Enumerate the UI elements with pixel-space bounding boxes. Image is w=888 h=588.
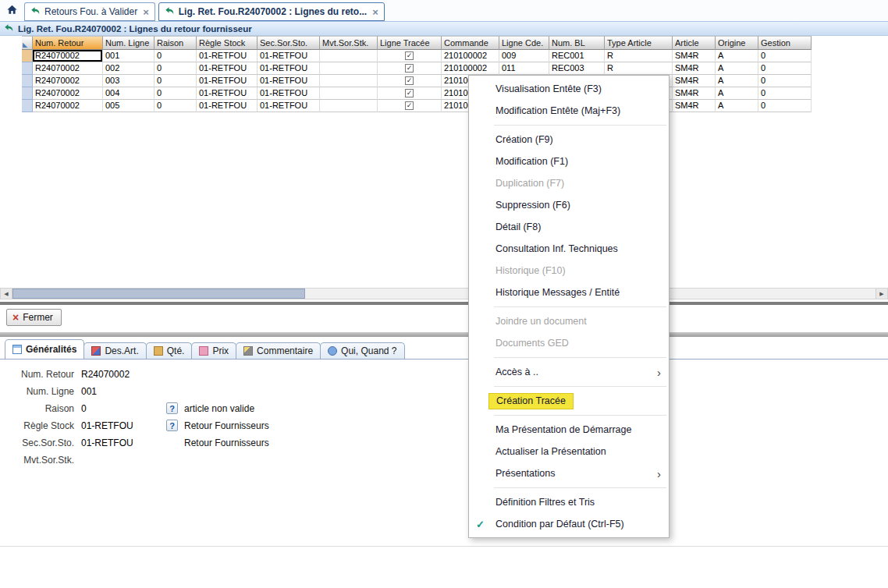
cell-article[interactable]: SM4R — [673, 87, 716, 100]
column-header-num-bl[interactable]: Num. BL — [549, 36, 605, 50]
cell-regle_stock[interactable]: 01-RETFOU — [197, 75, 258, 87]
scroll-left-arrow-icon[interactable]: ◀ — [1, 289, 12, 299]
tab-qte[interactable]: Qté. — [146, 342, 193, 359]
scroll-right-arrow-icon[interactable]: ▶ — [876, 289, 887, 299]
cell-regle_stock[interactable]: 01-RETFOU — [197, 62, 258, 75]
cell-ligne-tracee[interactable]: ✓ — [378, 75, 442, 87]
cell-num_ligne[interactable]: 004 — [103, 87, 155, 100]
grid-row-001[interactable]: R24070002001001-RETFOU01-RETFOU✓21010000… — [22, 50, 888, 62]
field-value[interactable]: R24070002 — [81, 369, 130, 380]
cell-sec_sor_sto[interactable]: 01-RETFOU — [258, 75, 320, 87]
cell-ligne_cde[interactable]: 011 — [499, 62, 549, 75]
tab-commentaire[interactable]: Commentaire — [236, 342, 321, 359]
cell-mvt_sor_stk[interactable] — [320, 100, 378, 112]
row-selector[interactable] — [22, 50, 33, 62]
cell-num_ligne[interactable]: 005 — [103, 100, 155, 112]
menu-item-historique-messages-entite[interactable]: Historique Messages / Entité — [469, 282, 669, 303]
cell-mvt_sor_stk[interactable] — [320, 87, 378, 100]
row-selector[interactable] — [22, 100, 33, 112]
menu-item-ma-presentation-de-demarrage[interactable]: Ma Présentation de Démarrage — [469, 419, 669, 441]
cell-sec_sor_sto[interactable]: 01-RETFOU — [258, 100, 320, 112]
cell-mvt_sor_stk[interactable] — [320, 62, 378, 75]
cell-num_retour[interactable]: R24070002 — [33, 62, 103, 75]
cell-gestion[interactable]: 0 — [758, 75, 812, 87]
cell-ligne-tracee[interactable]: ✓ — [378, 87, 442, 100]
grid-row-003[interactable]: R24070002003001-RETFOU01-RETFOU✓21010000… — [22, 75, 888, 87]
home-tab[interactable] — [2, 2, 22, 21]
column-header-raison[interactable]: Raison — [155, 36, 197, 50]
cell-raison[interactable]: 0 — [155, 100, 197, 112]
field-value[interactable]: 001 — [81, 386, 97, 397]
close-icon[interactable]: × — [372, 6, 378, 18]
column-header-commande[interactable]: Commande — [442, 36, 499, 50]
cell-origine[interactable]: A — [716, 75, 758, 87]
tab-qui-quand[interactable]: Qui, Quand ? — [320, 342, 404, 359]
cell-num_ligne[interactable]: 003 — [103, 75, 155, 87]
column-header-ligne-tracee[interactable]: Ligne Tracée — [378, 36, 442, 50]
menu-item-actualiser-la-presentation[interactable]: Actualiser la Présentation — [469, 441, 669, 462]
cell-sec_sor_sto[interactable]: 01-RETFOU — [258, 87, 320, 100]
column-header-sec-sor-sto[interactable]: Sec.Sor.Sto. — [258, 36, 320, 50]
cell-num_ligne[interactable]: 002 — [103, 62, 155, 75]
menu-item-modification-f1[interactable]: Modification (F1) — [469, 151, 669, 172]
cell-regle_stock[interactable]: 01-RETFOU — [197, 87, 258, 100]
cell-raison[interactable]: 0 — [155, 50, 197, 62]
tab-lig-ret-fou-r24070002-lignes-du-reto[interactable]: Lig. Ret. Fou.R24070002 : Lignes du reto… — [158, 2, 385, 21]
cell-raison[interactable]: 0 — [155, 75, 197, 87]
grid-row-002[interactable]: R24070002002001-RETFOU01-RETFOU✓21010000… — [22, 62, 888, 75]
cell-ligne-tracee[interactable]: ✓ — [378, 62, 442, 75]
menu-item-acces-a[interactable]: Accès à ..› — [469, 361, 669, 383]
cell-commande[interactable]: 210100002 — [442, 50, 499, 62]
column-header-mvt-sor-stk[interactable]: Mvt.Sor.Stk. — [320, 36, 378, 50]
cell-num_bl[interactable]: REC001 — [549, 50, 605, 62]
help-button[interactable]: ? — [166, 402, 178, 414]
column-header-num-retour[interactable]: Num. Retour — [33, 36, 103, 50]
column-header-article[interactable]: Article — [673, 36, 716, 50]
cell-type_article[interactable]: R — [605, 62, 673, 75]
cell-origine[interactable]: A — [716, 50, 758, 62]
cell-origine[interactable]: A — [716, 87, 758, 100]
cell-origine[interactable]: A — [716, 100, 758, 112]
close-icon[interactable]: × — [143, 6, 149, 18]
menu-item-condition-par-defaut-ctrl-f5[interactable]: ✓Condition par Défaut (Ctrl-F5) — [469, 513, 669, 535]
menu-item-consultation-inf-techniques[interactable]: Consultation Inf. Techniques — [469, 238, 669, 260]
cell-commande[interactable]: 210100002 — [442, 62, 499, 75]
cell-num_bl[interactable]: REC003 — [549, 62, 605, 75]
column-header-ligne-cde[interactable]: Ligne Cde. — [499, 36, 549, 50]
row-selector[interactable] — [22, 75, 33, 87]
column-header-num-ligne[interactable]: Num. Ligne — [103, 36, 155, 50]
field-value[interactable]: 01-RETFOU — [81, 437, 133, 448]
help-button[interactable]: ? — [166, 420, 178, 431]
scrollbar-thumb[interactable] — [12, 289, 305, 299]
fermer-button[interactable]: × Fermer — [6, 309, 62, 326]
tab-des-art[interactable]: Des.Art. — [83, 342, 146, 359]
cell-num_ligne[interactable]: 001 — [103, 50, 155, 62]
cell-num_retour[interactable]: R24070002 — [33, 75, 103, 87]
pane-splitter-2[interactable] — [0, 332, 888, 337]
column-header-gestion[interactable]: Gestion — [758, 36, 812, 50]
cell-mvt_sor_stk[interactable] — [320, 75, 378, 87]
cell-ligne-tracee[interactable]: ✓ — [378, 100, 442, 112]
cell-type_article[interactable]: R — [605, 50, 673, 62]
cell-num_retour[interactable]: R24070002 — [33, 50, 103, 62]
cell-article[interactable]: SM4R — [673, 75, 716, 87]
menu-item-visualisation-entete-f3[interactable]: Visualisation Entête (F3) — [469, 78, 669, 100]
cell-regle_stock[interactable]: 01-RETFOU — [197, 50, 258, 62]
cell-gestion[interactable]: 0 — [758, 100, 812, 112]
select-all-corner[interactable]: ◣ — [22, 36, 33, 50]
cell-raison[interactable]: 0 — [155, 62, 197, 75]
field-value[interactable]: 0 — [81, 403, 87, 414]
column-header-regle-stock[interactable]: Règle Stock — [197, 36, 258, 50]
cell-num_retour[interactable]: R24070002 — [33, 100, 103, 112]
row-selector[interactable] — [22, 62, 33, 75]
cell-regle_stock[interactable]: 01-RETFOU — [197, 100, 258, 112]
field-value[interactable]: 01-RETFOU — [81, 420, 133, 431]
cell-gestion[interactable]: 0 — [758, 50, 812, 62]
cell-origine[interactable]: A — [716, 62, 758, 75]
cell-article[interactable]: SM4R — [673, 100, 716, 112]
tab-generalites[interactable]: Généralités — [5, 339, 84, 359]
tab-prix[interactable]: Prix — [191, 342, 236, 359]
menu-item-suppression-f6[interactable]: Suppression (F6) — [469, 194, 669, 216]
cell-mvt_sor_stk[interactable] — [320, 50, 378, 62]
grid-row-004[interactable]: R24070002004001-RETFOU01-RETFOU✓21010000… — [22, 87, 888, 100]
